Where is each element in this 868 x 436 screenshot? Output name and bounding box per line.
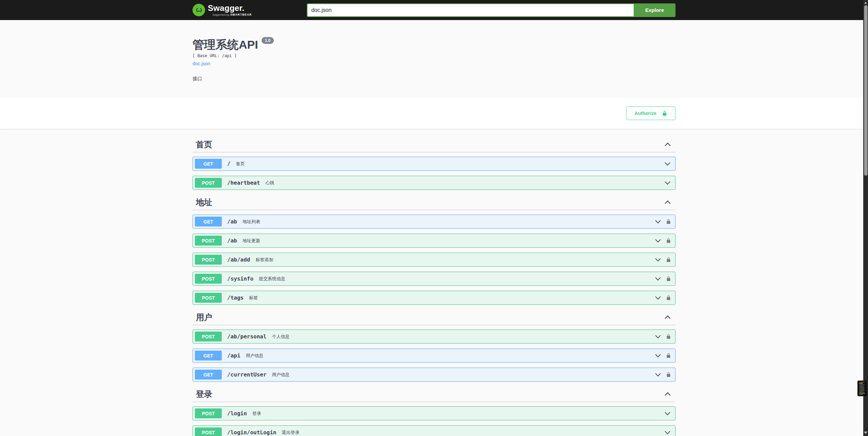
- operation-row[interactable]: POST /ab 地址更新: [193, 234, 675, 248]
- operation-summary: 登录: [252, 410, 261, 417]
- auth-lock-button[interactable]: [666, 237, 671, 244]
- method-badge: POST: [195, 332, 222, 341]
- operation-path: /sysinfo: [227, 275, 253, 282]
- operation-path: /login/outLogin: [227, 429, 277, 436]
- method-badge: POST: [195, 178, 222, 188]
- tag-section: 地址 GET /ab 地址列表 POST /ab 地址更新: [193, 195, 675, 305]
- operation-row[interactable]: GET /api 用户信息: [193, 349, 675, 363]
- authorize-button[interactable]: Authorize: [626, 106, 675, 120]
- auth-lock-button[interactable]: [666, 256, 671, 263]
- method-badge: POST: [195, 408, 222, 418]
- method-badge: POST: [195, 427, 222, 436]
- scheme-container: Authorize: [0, 98, 868, 129]
- auth-lock-button[interactable]: [666, 218, 671, 225]
- chevron-down-icon: [654, 294, 662, 301]
- lock-icon: [666, 371, 671, 378]
- auth-lock-button[interactable]: [666, 275, 671, 282]
- chevron-up-icon: [664, 390, 671, 398]
- method-badge: GET: [195, 370, 222, 380]
- operation-row[interactable]: GET / 首页: [193, 157, 675, 171]
- browser-scrollbar[interactable]: [863, 0, 868, 436]
- chevron-down-icon: [654, 256, 662, 263]
- operation-summary: 标签: [249, 295, 258, 301]
- auth-lock-button[interactable]: [666, 352, 671, 359]
- method-badge: GET: [195, 159, 222, 169]
- chevron-down-icon: [664, 179, 671, 186]
- operation-summary: 标签添加: [255, 257, 273, 263]
- operation-summary: 用户信息: [246, 353, 264, 359]
- topbar: {…} Swagger. Supported by SMARTBEAR Expl…: [0, 0, 868, 20]
- operation-path: /currentUser: [227, 371, 267, 378]
- spec-url-bar: Explore: [307, 3, 675, 17]
- tag-title: 首页: [196, 139, 212, 150]
- scrollbar-thumb[interactable]: [864, 5, 868, 176]
- tag-sections: 首页 GET / 首页 POST /heartbeat 心跳 地址: [186, 129, 682, 436]
- operation-row[interactable]: GET /ab 地址列表: [193, 215, 675, 229]
- operations-list: POST /login 登录 POST /login/outLogin 退出登录: [193, 402, 675, 436]
- operation-row[interactable]: GET /currentUser 用户信息: [193, 368, 675, 382]
- arrow-down-icon: [864, 432, 867, 434]
- tag-section-header[interactable]: 首页: [193, 137, 675, 152]
- version-badge: 1.0: [262, 37, 274, 44]
- brand-tagline: Supported by SMARTBEAR: [208, 13, 252, 16]
- tag-section: 首页 GET / 首页 POST /heartbeat 心跳: [193, 137, 675, 190]
- tag-title: 登录: [196, 389, 212, 399]
- brand-name: Swagger.: [208, 4, 252, 12]
- tag-title: 地址: [196, 197, 212, 207]
- operation-path: /api: [227, 352, 240, 359]
- api-info: 管理系统API 1.0 [ Base URL: /api ] doc.json …: [186, 20, 682, 98]
- operation-row[interactable]: POST /ab/add 标签添加: [193, 253, 675, 267]
- chevron-down-icon: [654, 371, 662, 378]
- operation-path: /ab/personal: [227, 333, 267, 340]
- scrollbar-arrow-down[interactable]: [863, 430, 868, 435]
- tag-section: 登录 POST /login 登录 POST /login/outLogin 退…: [193, 387, 675, 436]
- lock-icon: [666, 218, 671, 225]
- tag-section-header[interactable]: 用户: [193, 310, 675, 325]
- auth-lock-button[interactable]: [666, 371, 671, 378]
- operation-row[interactable]: POST /ab/personal 个人信息: [193, 330, 675, 343]
- scrollbar-arrow-up[interactable]: [863, 0, 868, 5]
- tag-section-header[interactable]: 地址: [193, 195, 675, 210]
- operation-row[interactable]: POST /heartbeat 心跳: [193, 176, 675, 190]
- lock-icon: [666, 295, 671, 301]
- chevron-down-icon: [654, 352, 662, 359]
- api-description: 接口: [193, 76, 675, 82]
- operation-summary: 地址更新: [243, 238, 260, 244]
- operation-summary: 首页: [236, 161, 245, 167]
- operations-list: POST /ab/personal 个人信息 GET /api 用户信息 GET…: [193, 325, 675, 382]
- operation-path: /login: [227, 410, 247, 417]
- operation-path: /ab/add: [227, 256, 250, 263]
- auth-lock-button[interactable]: [666, 295, 671, 301]
- method-badge: POST: [195, 255, 222, 265]
- tag-section: 用户 POST /ab/personal 个人信息 GET /api 用户信息: [193, 310, 675, 382]
- spec-link[interactable]: doc.json: [193, 61, 210, 66]
- operation-summary: 退出登录: [282, 430, 300, 436]
- method-badge: POST: [195, 274, 222, 284]
- chevron-down-icon: [654, 237, 662, 244]
- spec-url-input[interactable]: [307, 3, 634, 17]
- tag-title: 用户: [196, 312, 212, 322]
- operations-list: GET / 首页 POST /heartbeat 心跳: [193, 152, 675, 190]
- lock-icon: [666, 333, 671, 340]
- arrow-up-icon: [864, 2, 867, 4]
- chevron-up-icon: [664, 141, 671, 148]
- operation-row[interactable]: POST /login/outLogin 退出登录: [193, 425, 675, 436]
- tag-section-header[interactable]: 登录: [193, 387, 675, 402]
- chevron-down-icon: [654, 275, 662, 282]
- scroll-marker-overlay: [857, 381, 867, 396]
- explore-button[interactable]: Explore: [634, 3, 675, 17]
- authorize-label: Authorize: [634, 111, 656, 116]
- swagger-braces-icon: {…}: [193, 4, 205, 16]
- chevron-down-icon: [664, 410, 671, 417]
- lock-icon: [666, 352, 671, 359]
- base-url: [ Base URL: /api ]: [193, 53, 675, 58]
- operation-row[interactable]: POST /login 登录: [193, 406, 675, 420]
- operation-row[interactable]: POST /tags 标签: [193, 291, 675, 305]
- method-badge: GET: [195, 351, 222, 360]
- operation-summary: 心跳: [265, 180, 274, 186]
- operation-row[interactable]: POST /sysinfo 提交系统信息: [193, 272, 675, 286]
- swagger-logo[interactable]: {…} Swagger. Supported by SMARTBEAR: [193, 4, 252, 16]
- auth-lock-button[interactable]: [666, 333, 671, 340]
- chevron-down-icon: [664, 429, 671, 436]
- chevron-down-icon: [654, 333, 662, 340]
